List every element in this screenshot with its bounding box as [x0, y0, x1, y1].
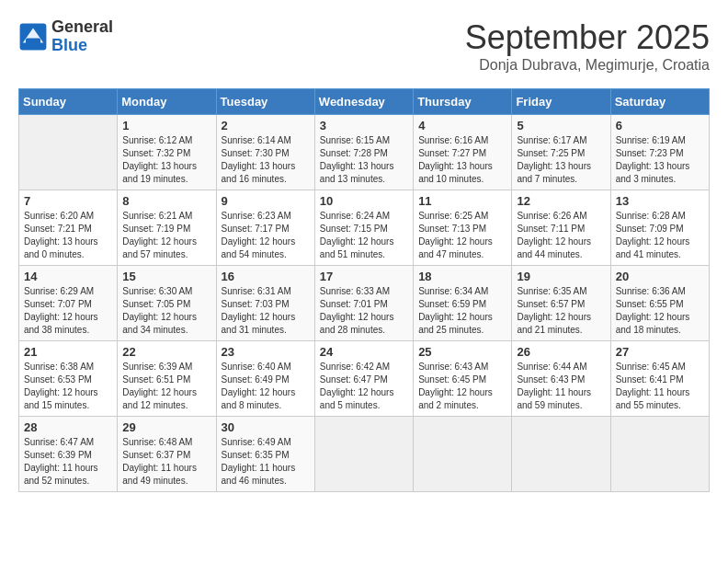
calendar-cell: 15Sunrise: 6:30 AMSunset: 7:05 PMDayligh… [118, 266, 216, 341]
day-info: Sunrise: 6:26 AMSunset: 7:11 PMDaylight:… [517, 210, 605, 261]
day-number: 17 [320, 270, 408, 283]
day-number: 15 [122, 270, 210, 283]
calendar-cell: 7Sunrise: 6:20 AMSunset: 7:21 PMDaylight… [19, 190, 118, 266]
day-info: Sunrise: 6:38 AMSunset: 6:53 PMDaylight:… [24, 361, 112, 412]
day-info: Sunrise: 6:40 AMSunset: 6:49 PMDaylight:… [222, 361, 310, 412]
day-info: Sunrise: 6:45 AMSunset: 6:41 PMDaylight:… [616, 361, 704, 412]
calendar-cell: 27Sunrise: 6:45 AMSunset: 6:41 PMDayligh… [610, 341, 709, 417]
day-info: Sunrise: 6:33 AMSunset: 7:01 PMDaylight:… [320, 285, 408, 337]
logo: General Blue [18, 18, 113, 55]
calendar-cell: 14Sunrise: 6:29 AMSunset: 7:07 PMDayligh… [19, 266, 118, 341]
day-number: 16 [222, 270, 310, 283]
day-info: Sunrise: 6:42 AMSunset: 6:47 PMDaylight:… [320, 361, 408, 412]
weekday-header-wednesday: Wednesday [314, 89, 413, 115]
logo-text: General Blue [51, 18, 113, 55]
day-info: Sunrise: 6:19 AMSunset: 7:23 PMDaylight:… [616, 134, 704, 186]
day-info: Sunrise: 6:49 AMSunset: 6:35 PMDaylight:… [222, 436, 310, 488]
calendar-cell: 12Sunrise: 6:26 AMSunset: 7:11 PMDayligh… [512, 190, 610, 266]
day-number: 26 [517, 345, 605, 359]
day-info: Sunrise: 6:24 AMSunset: 7:15 PMDaylight:… [320, 210, 408, 261]
day-number: 4 [418, 119, 506, 132]
calendar-cell: 3Sunrise: 6:15 AMSunset: 7:28 PMDaylight… [314, 115, 413, 190]
day-info: Sunrise: 6:25 AMSunset: 7:13 PMDaylight:… [418, 210, 506, 261]
weekday-header-tuesday: Tuesday [216, 89, 314, 115]
calendar-cell: 29Sunrise: 6:48 AMSunset: 6:37 PMDayligh… [118, 417, 216, 492]
day-number: 20 [616, 270, 704, 283]
day-number: 18 [418, 270, 506, 283]
day-number: 1 [122, 119, 210, 132]
logo-blue: Blue [51, 37, 113, 55]
day-info: Sunrise: 6:16 AMSunset: 7:27 PMDaylight:… [418, 134, 506, 186]
calendar-cell [512, 417, 610, 492]
calendar-cell: 28Sunrise: 6:47 AMSunset: 6:39 PMDayligh… [19, 417, 118, 492]
calendar-cell: 4Sunrise: 6:16 AMSunset: 7:27 PMDaylight… [414, 115, 512, 190]
calendar-cell: 16Sunrise: 6:31 AMSunset: 7:03 PMDayligh… [216, 266, 314, 341]
calendar-cell: 13Sunrise: 6:28 AMSunset: 7:09 PMDayligh… [610, 190, 709, 266]
calendar-cell: 11Sunrise: 6:25 AMSunset: 7:13 PMDayligh… [414, 190, 512, 266]
day-number: 13 [616, 194, 704, 208]
calendar-cell: 26Sunrise: 6:44 AMSunset: 6:43 PMDayligh… [512, 341, 610, 417]
weekday-header-sunday: Sunday [19, 89, 118, 115]
calendar-cell [19, 115, 118, 190]
day-info: Sunrise: 6:14 AMSunset: 7:30 PMDaylight:… [222, 134, 310, 186]
calendar-cell: 19Sunrise: 6:35 AMSunset: 6:57 PMDayligh… [512, 266, 610, 341]
calendar-cell: 17Sunrise: 6:33 AMSunset: 7:01 PMDayligh… [314, 266, 413, 341]
day-number: 22 [122, 345, 210, 359]
day-info: Sunrise: 6:12 AMSunset: 7:32 PMDaylight:… [122, 134, 210, 186]
day-info: Sunrise: 6:39 AMSunset: 6:51 PMDaylight:… [122, 361, 210, 412]
day-number: 28 [24, 420, 112, 434]
day-number: 19 [517, 270, 605, 283]
week-row-5: 28Sunrise: 6:47 AMSunset: 6:39 PMDayligh… [19, 417, 710, 492]
day-info: Sunrise: 6:28 AMSunset: 7:09 PMDaylight:… [616, 210, 704, 261]
location: Donja Dubrava, Megimurje, Croatia [465, 57, 710, 74]
day-info: Sunrise: 6:31 AMSunset: 7:03 PMDaylight:… [222, 285, 310, 337]
day-number: 6 [616, 119, 704, 132]
weekday-header-thursday: Thursday [414, 89, 512, 115]
day-info: Sunrise: 6:30 AMSunset: 7:05 PMDaylight:… [122, 285, 210, 337]
day-number: 10 [320, 194, 408, 208]
day-info: Sunrise: 6:23 AMSunset: 7:17 PMDaylight:… [222, 210, 310, 261]
week-row-4: 21Sunrise: 6:38 AMSunset: 6:53 PMDayligh… [19, 341, 710, 417]
calendar-cell [414, 417, 512, 492]
day-number: 21 [24, 345, 112, 359]
calendar-cell: 24Sunrise: 6:42 AMSunset: 6:47 PMDayligh… [314, 341, 413, 417]
week-row-3: 14Sunrise: 6:29 AMSunset: 7:07 PMDayligh… [19, 266, 710, 341]
day-info: Sunrise: 6:20 AMSunset: 7:21 PMDaylight:… [24, 210, 112, 261]
day-number: 2 [222, 119, 310, 132]
day-info: Sunrise: 6:48 AMSunset: 6:37 PMDaylight:… [122, 436, 210, 488]
calendar-cell: 5Sunrise: 6:17 AMSunset: 7:25 PMDaylight… [512, 115, 610, 190]
weekday-header-row: SundayMondayTuesdayWednesdayThursdayFrid… [19, 89, 710, 115]
day-number: 5 [517, 119, 605, 132]
calendar-cell: 20Sunrise: 6:36 AMSunset: 6:55 PMDayligh… [610, 266, 709, 341]
day-info: Sunrise: 6:35 AMSunset: 6:57 PMDaylight:… [517, 285, 605, 337]
calendar-cell: 30Sunrise: 6:49 AMSunset: 6:35 PMDayligh… [216, 417, 314, 492]
calendar-cell: 1Sunrise: 6:12 AMSunset: 7:32 PMDaylight… [118, 115, 216, 190]
day-info: Sunrise: 6:47 AMSunset: 6:39 PMDaylight:… [24, 436, 112, 488]
day-number: 12 [517, 194, 605, 208]
calendar-cell: 8Sunrise: 6:21 AMSunset: 7:19 PMDaylight… [118, 190, 216, 266]
weekday-header-friday: Friday [512, 89, 610, 115]
calendar-cell: 18Sunrise: 6:34 AMSunset: 6:59 PMDayligh… [414, 266, 512, 341]
day-info: Sunrise: 6:21 AMSunset: 7:19 PMDaylight:… [122, 210, 210, 261]
day-number: 27 [616, 345, 704, 359]
month-title: September 2025 [465, 18, 710, 57]
calendar-cell: 21Sunrise: 6:38 AMSunset: 6:53 PMDayligh… [19, 341, 118, 417]
svg-rect-2 [26, 38, 40, 43]
calendar-cell: 25Sunrise: 6:43 AMSunset: 6:45 PMDayligh… [414, 341, 512, 417]
calendar-cell: 10Sunrise: 6:24 AMSunset: 7:15 PMDayligh… [314, 190, 413, 266]
weekday-header-saturday: Saturday [610, 89, 709, 115]
day-number: 23 [222, 345, 310, 359]
day-info: Sunrise: 6:29 AMSunset: 7:07 PMDaylight:… [24, 285, 112, 337]
day-info: Sunrise: 6:17 AMSunset: 7:25 PMDaylight:… [517, 134, 605, 186]
calendar-cell: 22Sunrise: 6:39 AMSunset: 6:51 PMDayligh… [118, 341, 216, 417]
calendar-cell: 23Sunrise: 6:40 AMSunset: 6:49 PMDayligh… [216, 341, 314, 417]
calendar-table: SundayMondayTuesdayWednesdayThursdayFrid… [18, 88, 710, 492]
day-number: 25 [418, 345, 506, 359]
calendar-cell [314, 417, 413, 492]
calendar-cell [610, 417, 709, 492]
week-row-2: 7Sunrise: 6:20 AMSunset: 7:21 PMDaylight… [19, 190, 710, 266]
calendar-cell: 6Sunrise: 6:19 AMSunset: 7:23 PMDaylight… [610, 115, 709, 190]
page-header: General Blue September 2025 Donja Dubrav… [18, 18, 710, 74]
day-info: Sunrise: 6:36 AMSunset: 6:55 PMDaylight:… [616, 285, 704, 337]
week-row-1: 1Sunrise: 6:12 AMSunset: 7:32 PMDaylight… [19, 115, 710, 190]
